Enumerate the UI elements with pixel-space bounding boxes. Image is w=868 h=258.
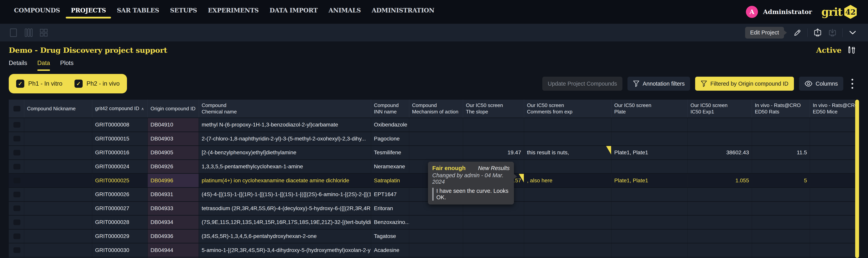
note-meta: Changed by admin - 04 Mar. 2024 [432, 172, 509, 185]
column-header-text: INN name [374, 109, 406, 115]
nav-item-animals[interactable]: ANIMALS [329, 5, 361, 19]
avatar[interactable]: A [746, 6, 758, 18]
export-icon[interactable] [813, 28, 823, 37]
row-checkbox[interactable] [13, 136, 21, 141]
tab-data[interactable]: Data [37, 60, 50, 71]
table-row[interactable]: GRIT0000008DB04910methyl N-(6-propoxy-1H… [9, 117, 855, 132]
cell-value: Eritoran [374, 205, 393, 211]
row-checkbox[interactable] [13, 205, 21, 211]
filtered-by-origin-button[interactable]: Filtered by Origin compound ID [695, 77, 794, 91]
cell-value: Tagatose [374, 233, 396, 239]
grit42-logo[interactable]: grit 42 [822, 5, 857, 19]
cell-ed50_rats [752, 118, 810, 132]
phase-filter-label: Ph2 - in vivo [87, 80, 120, 87]
cell-slope [463, 243, 524, 257]
row-checkbox[interactable] [13, 178, 21, 183]
cell-chem_name: (3S,4S,5R)-1,3,4,5,6-pentahydroxyhexan-2… [199, 230, 371, 243]
cell-value: GRIT0000029 [95, 233, 129, 239]
annotation-marker-icon[interactable] [606, 146, 611, 154]
cell-comments [524, 243, 612, 257]
annotation-filters-button[interactable]: Annotation filters [627, 77, 690, 91]
row-checkbox[interactable] [13, 122, 21, 127]
cell-nickname [24, 216, 92, 229]
cell-grit_id: GRIT0000015 [92, 132, 148, 146]
column-header-chem_name[interactable]: CompoundChemical name [199, 99, 371, 117]
status-badge: Active [816, 46, 842, 55]
column-header-inn[interactable]: CompoundINN name [371, 99, 409, 117]
vertical-scrollbar[interactable] [855, 99, 859, 258]
column-header-ic50[interactable]: Our IC50 screenIC50 Exp1 [688, 99, 752, 117]
cell-chem_name: 2-(7-chloro-1,8-naphthyridin-2-yl)-3-(5-… [199, 132, 371, 146]
tools-icon[interactable] [846, 45, 856, 55]
cell-comments [524, 118, 612, 132]
column-header-moa[interactable]: CompoundMechanism of action [409, 99, 463, 117]
table-row[interactable]: GRIT0000016DB04905[2-(4-benzylphenoxy)et… [9, 145, 855, 159]
cell-origin_id: DB04926 [148, 160, 199, 173]
chevron-down-icon[interactable] [848, 28, 858, 37]
filtered-by-origin-label: Filtered by Origin compound ID [710, 81, 788, 87]
cell-value: [2-(4-benzylphenoxy)ethyl]diethylamine [202, 149, 296, 156]
row-checkbox[interactable] [13, 233, 21, 239]
update-project-compounds-button[interactable]: Update Project Compounds [542, 77, 622, 91]
checkbox-checked-icon[interactable]: ✓ [16, 80, 24, 88]
cell-value: 38602.43 [726, 149, 749, 156]
table-header-row: Compound Nicknamegrit42 compound ID∧Orig… [9, 99, 855, 117]
detail-view-icon[interactable] [9, 28, 18, 37]
cell-value: , also here [527, 177, 552, 184]
logo-hexagon: 42 [844, 5, 857, 19]
cell-ed50_mice [810, 216, 855, 229]
column-header-origin_id[interactable]: Origin compound ID [148, 99, 199, 117]
nav-item-compounds[interactable]: COMPOUNDS [14, 5, 60, 19]
cell-plate [612, 132, 688, 146]
row-checkbox[interactable] [13, 164, 21, 169]
table-row[interactable]: GRIT0000015DB049032-(7-chloro-1,8-naphth… [9, 132, 855, 146]
select-all-checkbox[interactable] [13, 106, 21, 112]
cell-inn: Eritoran [371, 202, 409, 215]
cell-value: 19.47 [507, 149, 521, 156]
nav-item-sar-tables[interactable]: SAR TABLES [117, 5, 159, 19]
row-checkbox[interactable] [13, 247, 21, 253]
column-header-ed50_mice[interactable]: In vivo - Rats@CROED50 Mice [810, 99, 855, 117]
checkbox-checked-icon[interactable]: ✓ [74, 80, 83, 88]
tab-plots[interactable]: Plots [60, 60, 73, 71]
nav-item-projects[interactable]: PROJECTS [71, 5, 106, 19]
cell-value: platinum(4+) ion cyclohexanamine diaceta… [202, 177, 349, 184]
column-header-ed50_rats[interactable]: In vivo - Rats@CROED50 Rats [752, 99, 810, 117]
cell-ed50_mice [810, 230, 855, 243]
columns-button[interactable]: Columns [799, 77, 843, 91]
table-row[interactable]: GRIT0000028DB04934(7S,9E,11S,12R,13S,14R… [9, 215, 855, 229]
column-header-plate[interactable]: Our IC50 screenPlate [612, 99, 688, 117]
header-checkbox-cell [9, 99, 24, 117]
cell-ic50 [688, 243, 752, 257]
cell-value: 5-amino-1-[(2R,3R,4S,5R)-3,4-dihydroxy-5… [202, 247, 371, 253]
grid-view-icon[interactable] [39, 28, 49, 37]
nav-item-administration[interactable]: ADMINISTRATION [372, 5, 434, 19]
edit-pencil-icon[interactable] [793, 28, 802, 37]
column-header-slope[interactable]: Our IC50 screenThe slope [463, 99, 524, 117]
cell-chem_name: 1,3,3,5,5-pentamethylcyclohexan-1-amine [199, 160, 371, 173]
cell-nickname [24, 160, 92, 173]
tab-details[interactable]: Details [9, 60, 27, 71]
cell-value: methyl N-(6-propoxy-1H-1,3-benzodiazol-2… [202, 122, 338, 128]
column-header-grit_id[interactable]: grit42 compound ID∧ [92, 99, 148, 117]
more-options-kebab-icon[interactable] [849, 77, 855, 90]
nav-right: A Administrator grit 42 [746, 5, 868, 19]
table-row[interactable]: GRIT0000029DB04936(3S,4S,5R)-1,3,4,5,6-p… [9, 229, 855, 243]
nav-item-setups[interactable]: SETUPS [170, 5, 197, 19]
nav-item-data-import[interactable]: DATA IMPORT [270, 5, 317, 19]
column-header-comments[interactable]: Our IC50 screenComments from exp [524, 99, 612, 117]
cell-chem_name: tetrasodium (2R,3R,4R,5S,6R)-4-(decyloxy… [199, 202, 371, 215]
row-checkbox[interactable] [13, 150, 21, 155]
row-checkbox[interactable] [13, 220, 21, 225]
row-checkbox[interactable] [13, 192, 21, 197]
cell-value: DB04934 [151, 219, 173, 225]
column-header-nickname[interactable]: Compound Nickname [24, 99, 92, 117]
nav-item-experiments[interactable]: EXPERIMENTS [208, 5, 258, 19]
table-row[interactable] [9, 257, 855, 258]
cell-inn: Pagoclone [371, 132, 409, 146]
cell-slope [463, 118, 524, 132]
columns-view-icon[interactable] [24, 28, 33, 37]
import-icon[interactable] [828, 28, 837, 37]
table-row[interactable]: GRIT0000030DB049445-amino-1-[(2R,3R,4S,5… [9, 243, 855, 257]
column-header-text: Origin compound ID [151, 106, 196, 112]
